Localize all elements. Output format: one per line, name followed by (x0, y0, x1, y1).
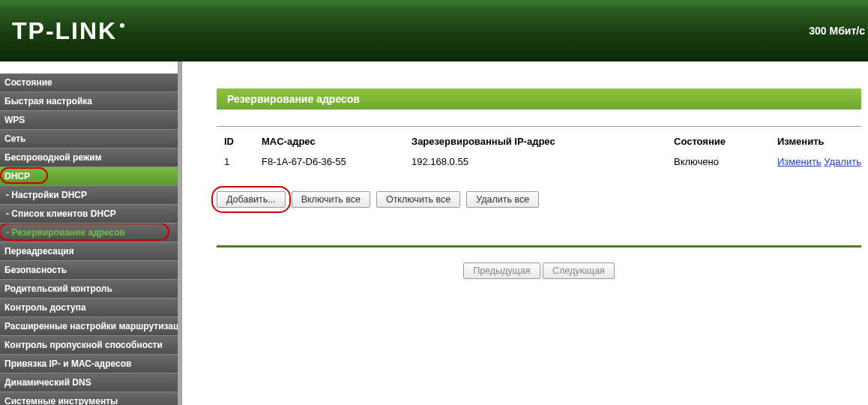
sidebar-item-label: Привязка IP- и МАС-адресов (4, 358, 131, 369)
cell-status: Включено (674, 154, 777, 169)
sidebar-item-label: - Список клиентов DHCP (6, 208, 116, 219)
sidebar-subitem[interactable]: - Настройки DHCP (0, 186, 178, 205)
sidebar-item-label: Беспроводной режим (4, 152, 102, 163)
next-button[interactable]: Следующая (543, 262, 615, 279)
cell-actions: Изменить Удалить (777, 154, 861, 169)
sidebar-item[interactable]: Беспроводной режим (0, 148, 178, 167)
sidebar-item[interactable]: DHCP (0, 167, 178, 186)
delete-all-button[interactable]: Удалить все (466, 191, 539, 208)
enable-all-button[interactable]: Включить все (292, 191, 370, 208)
brand-logo: TP-LINK (12, 17, 124, 45)
sidebar-subitem[interactable]: - Список клиентов DHCP (0, 205, 178, 224)
sidebar: СостояниеБыстрая настройкаWPSСетьБеспров… (0, 62, 178, 405)
sidebar-item-label: Динамический DNS (4, 377, 91, 388)
sidebar-item[interactable]: Расширенные настройки маршрутизации (0, 317, 178, 336)
sidebar-subitem[interactable]: - Резервирование адресов (0, 224, 178, 242)
content-area: Резервирование адресов ID MAC-адрес Заре… (182, 62, 868, 405)
cell-id: 1 (217, 154, 262, 169)
sidebar-item-label: - Настройки DHCP (6, 190, 87, 200)
delete-link[interactable]: Удалить (824, 156, 861, 167)
brand-dot-icon (120, 23, 124, 28)
sidebar-item[interactable]: Контроль доступа (0, 298, 178, 317)
sidebar-item-label: Переадресация (4, 246, 74, 256)
sidebar-item-label: Расширенные настройки маршрутизации (4, 321, 178, 332)
sidebar-item-label: Системные инструменты (4, 396, 118, 405)
sidebar-item[interactable]: Родительский контроль (0, 280, 178, 298)
sidebar-item-label: - Резервирование адресов (6, 227, 125, 238)
sidebar-item[interactable]: Динамический DNS (0, 374, 178, 392)
edit-link[interactable]: Изменить (777, 156, 822, 167)
sidebar-item[interactable]: Привязка IP- и МАС-адресов (0, 355, 178, 374)
col-status: Состояние (674, 136, 777, 154)
table-row: 1F8-1A-67-D6-36-55192.168.0.55ВключеноИз… (217, 154, 861, 169)
sidebar-item[interactable]: Контроль пропускной способности (0, 336, 178, 355)
sidebar-item[interactable]: WPS (0, 111, 178, 130)
brand-text: TP-LINK (12, 17, 117, 45)
sidebar-item-label: Состояние (4, 77, 52, 88)
add-button[interactable]: Добавить... (217, 191, 286, 208)
sidebar-item[interactable]: Сеть (0, 130, 178, 148)
app-header: TP-LINK 300 Мбит/с (0, 0, 868, 62)
divider (217, 126, 861, 127)
col-modify: Изменить (777, 136, 861, 154)
cell-mac: F8-1A-67-D6-36-55 (262, 154, 412, 169)
sidebar-item[interactable]: Системные инструменты (0, 392, 178, 405)
sidebar-item-label: WPS (4, 115, 25, 125)
sidebar-spacer (0, 62, 178, 74)
divider-green (217, 245, 861, 248)
col-id: ID (217, 136, 262, 154)
prev-button[interactable]: Предыдущая (463, 262, 540, 279)
page-title: Резервирование адресов (217, 88, 861, 110)
sidebar-item[interactable]: Состояние (0, 74, 178, 92)
sidebar-item[interactable]: Переадресация (0, 242, 178, 261)
pager: Предыдущая Следующая (217, 262, 861, 279)
sidebar-item-label: Быстрая настройка (4, 96, 92, 106)
sidebar-item-label: Контроль доступа (4, 302, 86, 313)
action-button-row: Добавить... Включить все Отключить все У… (217, 191, 868, 208)
sidebar-item[interactable]: Безопасность (0, 261, 178, 280)
col-mac: MAC-адрес (262, 136, 412, 154)
sidebar-item-label: Родительский контроль (4, 284, 112, 294)
disable-all-button[interactable]: Отключить все (376, 191, 460, 208)
sidebar-item-label: Контроль пропускной способности (4, 340, 163, 350)
sidebar-item-label: Безопасность (4, 265, 67, 275)
col-ip: Зарезервированный IP-адрес (412, 136, 674, 154)
header-subtitle: 300 Мбит/с (809, 25, 868, 37)
reservation-table: ID MAC-адрес Зарезервированный IP-адрес … (217, 136, 861, 169)
sidebar-item[interactable]: Быстрая настройка (0, 92, 178, 111)
sidebar-item-label: DHCP (4, 171, 30, 182)
sidebar-item-label: Сеть (4, 134, 25, 144)
cell-ip: 192.168.0.55 (412, 154, 674, 169)
